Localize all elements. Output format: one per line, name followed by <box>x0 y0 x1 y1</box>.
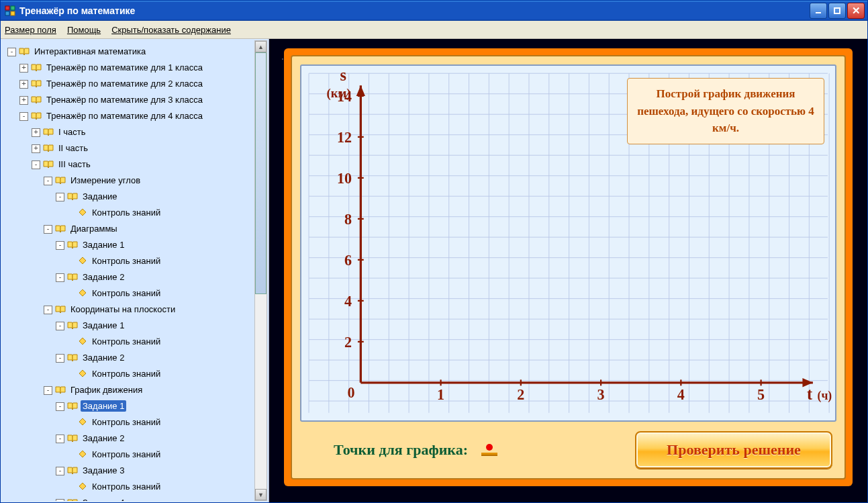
tree-item[interactable]: Контроль знаний <box>7 415 264 431</box>
tree-item[interactable]: +I часть <box>7 125 264 141</box>
collapse-icon[interactable]: - <box>19 112 28 121</box>
collapse-icon[interactable]: - <box>56 435 64 443</box>
svg-marker-10 <box>79 370 86 377</box>
collapse-icon[interactable]: - <box>56 241 64 250</box>
tree-item-label: Контроль знаний <box>90 481 162 492</box>
point-underline-icon <box>481 453 497 456</box>
point-tool[interactable] <box>481 444 497 456</box>
expand-icon[interactable]: + <box>19 64 28 73</box>
tree-item[interactable]: Контроль знаний <box>7 447 264 463</box>
collapse-icon[interactable]: - <box>56 193 64 201</box>
collapse-icon[interactable]: - <box>44 177 52 185</box>
page-icon <box>78 287 87 302</box>
tree-item[interactable]: -Тренажёр по математике для 4 класса <box>7 109 264 125</box>
tree-item[interactable]: Контроль знаний <box>7 367 264 383</box>
collapse-icon[interactable]: - <box>7 48 16 56</box>
book-icon <box>19 46 30 60</box>
tree-item[interactable]: -Задание 2 <box>7 431 264 447</box>
collapse-icon[interactable]: - <box>56 402 64 411</box>
tree-item-label: Задание 1 <box>81 400 126 412</box>
page-icon <box>78 255 87 270</box>
plot-area[interactable]: s(км)t(ч)0123452468101214 Построй график… <box>300 64 836 422</box>
tree-item[interactable]: Контроль знаний <box>7 205 264 222</box>
tree-item-label: Контроль знаний <box>90 416 162 428</box>
collapse-icon[interactable]: - <box>56 273 64 282</box>
expand-icon[interactable]: + <box>19 96 28 105</box>
svg-marker-12 <box>79 451 86 457</box>
expand-icon[interactable]: + <box>19 80 28 89</box>
tree-item[interactable]: +II часть <box>7 141 264 157</box>
tree-item[interactable]: -Интерактивная математика <box>7 44 264 60</box>
tree-item-label: Интерактивная математика <box>32 46 148 57</box>
tree-item[interactable]: +Тренажёр по математике для 1 класса <box>7 60 264 77</box>
tree-item-label: Контроль знаний <box>90 336 162 347</box>
expand-icon[interactable]: + <box>32 144 40 153</box>
tree-item[interactable]: -Диаграммы <box>7 222 264 238</box>
tree-item[interactable]: Контроль знаний <box>7 286 264 302</box>
menu-field-size[interactable]: Размер поля <box>5 25 56 35</box>
tree-item[interactable]: +Тренажёр по математике для 2 класса <box>7 77 264 93</box>
svg-marker-62 <box>356 85 365 96</box>
svg-rect-5 <box>834 8 840 13</box>
tree-item[interactable]: -Задание 2 <box>7 270 264 286</box>
tree-item-label: Задание <box>81 191 119 202</box>
check-solution-button[interactable]: Проверить решение <box>635 431 832 469</box>
close-button[interactable]: ✕ <box>847 3 865 19</box>
collapse-icon[interactable]: - <box>56 467 64 475</box>
book-icon <box>67 271 78 286</box>
collapse-icon[interactable]: - <box>56 322 64 330</box>
minimize-button[interactable] <box>810 3 827 19</box>
collapse-icon[interactable]: - <box>56 354 64 363</box>
tree-item[interactable]: -Координаты на плоскости <box>7 302 264 318</box>
tree-item[interactable]: Контроль знаний <box>7 479 264 496</box>
tree-item[interactable]: -Задание 1 <box>7 399 264 415</box>
tree-item[interactable]: -Задание 1 <box>7 318 264 334</box>
collapse-icon[interactable]: - <box>44 386 52 395</box>
svg-text:5: 5 <box>757 385 765 402</box>
book-icon <box>43 142 54 157</box>
tree-scrollbar[interactable]: ▲ ▼ <box>254 40 267 501</box>
menu-toggle-contents[interactable]: Скрыть/показать содержание <box>111 25 231 35</box>
book-icon <box>43 126 54 141</box>
tree-item[interactable]: -Измерение углов <box>7 173 264 189</box>
book-icon <box>67 432 78 447</box>
scroll-down-button[interactable]: ▼ <box>255 489 267 500</box>
tree-item[interactable]: -Задание 1 <box>7 238 264 254</box>
window-title: Тренажёр по математике <box>19 5 810 16</box>
page-icon <box>78 207 87 222</box>
tree-item-label: Задание 1 <box>81 239 126 250</box>
book-icon <box>55 175 66 189</box>
collapse-icon[interactable]: - <box>44 306 52 314</box>
tree-item[interactable]: -График движения <box>7 383 264 399</box>
tree-item[interactable]: -III часть <box>7 157 264 173</box>
tree-item-label: Задание 2 <box>81 352 126 363</box>
menu-help[interactable]: Помощь <box>67 25 101 35</box>
exercise-panel: s(км)t(ч)0123452468101214 Построй график… <box>269 39 867 502</box>
book-icon <box>43 158 54 173</box>
svg-rect-2 <box>5 11 9 15</box>
svg-text:2: 2 <box>344 334 352 351</box>
tree-item[interactable]: -Задание <box>7 189 264 205</box>
tree-item-label: III часть <box>56 158 93 170</box>
tree-item-label: Задание 4 <box>81 497 126 501</box>
svg-text:3: 3 <box>597 385 605 402</box>
page-icon <box>78 368 87 383</box>
expand-icon[interactable]: + <box>32 128 40 137</box>
tree-item[interactable]: -Задание 4 <box>7 496 264 501</box>
tree-item[interactable]: -Задание 2 <box>7 351 264 367</box>
collapse-icon[interactable]: - <box>32 161 40 169</box>
tree-item[interactable]: -Задание 3 <box>7 463 264 479</box>
collapse-icon[interactable]: - <box>56 499 64 501</box>
book-icon <box>67 497 78 501</box>
maximize-button[interactable] <box>828 3 846 19</box>
collapse-icon[interactable]: - <box>44 225 52 234</box>
tree-item[interactable]: Контроль знаний <box>7 334 264 351</box>
tree-item[interactable]: +Тренажёр по математике для 3 класса <box>7 93 264 109</box>
svg-rect-4 <box>816 12 821 13</box>
svg-text:10: 10 <box>337 170 352 187</box>
scroll-thumb[interactable] <box>255 52 267 294</box>
svg-text:4: 4 <box>677 385 685 402</box>
titlebar: Тренажёр по математике ✕ <box>1 1 867 21</box>
tree-item[interactable]: Контроль знаний <box>7 254 264 270</box>
scroll-up-button[interactable]: ▲ <box>255 41 267 52</box>
